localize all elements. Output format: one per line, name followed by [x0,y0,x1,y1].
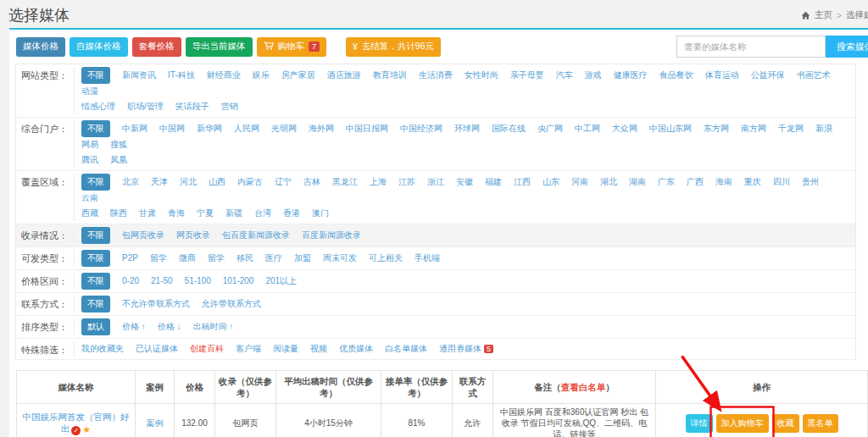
filter-option[interactable]: 上海 [370,174,387,190]
filter-option-selected[interactable]: 不限 [81,67,110,84]
filter-option[interactable]: 光明网 [271,121,297,136]
filter-option[interactable]: 中国网 [159,121,185,136]
filter-option-selected[interactable]: 不限 [81,227,110,244]
filter-option[interactable]: 职场/管理 [127,99,164,114]
filter-option[interactable]: 黑龙江 [332,174,358,190]
filter-option[interactable]: 山东 [542,174,559,190]
filter-option[interactable]: 中新网 [122,121,147,136]
filter-option[interactable]: 广西 [687,174,704,190]
filter-option[interactable]: 包百度新闻源收录 [222,228,290,243]
filter-option[interactable]: 中工网 [575,121,600,136]
filter-option[interactable]: 情感心理 [81,99,115,114]
filter-option[interactable]: 环球网 [454,121,480,136]
filter-option[interactable]: 财经商业 [207,68,241,83]
filter-option[interactable]: 网页收录 [176,228,210,243]
filter-option[interactable]: 加盟 [294,251,311,266]
filter-option-selected[interactable]: 不限 [81,273,110,290]
filter-option[interactable]: 宁夏 [197,206,214,221]
filter-option-selected[interactable]: 不限 [81,296,110,313]
filter-option[interactable]: 酒店旅游 [327,68,361,83]
filter-option[interactable]: 游戏 [585,68,602,83]
filter-option[interactable]: 移民 [236,251,253,266]
filter-option[interactable]: 百度新闻源收录 [302,228,361,243]
filter-option[interactable]: 腾讯 [81,152,98,168]
filter-option[interactable]: 广东 [658,174,675,190]
filter-option[interactable]: 价格 ↓ [158,319,181,335]
breadcrumb-home[interactable]: 主页 [815,9,832,21]
filter-option[interactable]: 中国山东网 [649,121,692,136]
filter-option[interactable]: 价格 ↑ [122,319,146,335]
filter-option[interactable]: 0-20 [122,274,139,289]
filter-option[interactable]: 人民网 [234,121,259,136]
filter-option[interactable]: 我的收藏夹 [81,341,124,357]
filter-option[interactable]: 内蒙古 [237,174,263,190]
blacklist-button[interactable]: 黑名单 [803,414,838,433]
filter-option[interactable]: 香港 [283,206,300,221]
filter-option[interactable]: 贵州 [802,174,819,190]
checkout-button[interactable]: ¥去结算，共计96元 [346,37,441,57]
filter-option[interactable]: 留学 [208,251,225,266]
filter-option[interactable]: 千龙网 [778,121,804,136]
filter-option[interactable]: 微商 [179,251,196,266]
search-media-button[interactable]: 搜索媒体 [826,36,868,58]
filter-option[interactable]: 手机端 [415,251,440,266]
filter-option[interactable]: 大众网 [612,121,637,136]
filter-option[interactable]: 国际在线 [492,121,526,136]
detail-button[interactable]: 详情 [686,414,713,433]
filter-option[interactable]: 51-100 [185,274,211,289]
filter-option[interactable]: 白名单媒体 [385,341,427,357]
filter-option[interactable]: 江苏 [398,174,415,190]
filter-option[interactable]: 河北 [180,174,197,190]
filter-option[interactable]: 安徽 [456,174,473,190]
filter-option[interactable]: 可上相关 [369,251,403,266]
favorite-button[interactable]: 收藏 [772,414,799,433]
filter-option[interactable]: 海外网 [309,121,334,136]
filter-option[interactable]: 网易 [81,137,98,152]
filter-option[interactable]: 体育运动 [705,68,739,83]
filter-option[interactable]: 生活消费 [419,68,453,83]
filter-option[interactable]: 湖北 [600,174,617,190]
filter-option[interactable]: 出稿时间 ↑ [193,319,234,335]
filter-option[interactable]: 动漫 [81,84,98,99]
filter-option[interactable]: 健康医疗 [614,68,648,83]
filter-option[interactable]: 娱乐 [253,68,270,83]
filter-option[interactable]: 吉林 [303,174,320,190]
filter-option[interactable]: 北京 [122,174,139,190]
self-media-price-button[interactable]: 自媒体价格 [70,37,128,57]
filter-option[interactable]: 陕西 [110,206,127,221]
media-price-button[interactable]: 媒体价格 [16,37,65,57]
filter-option[interactable]: 台湾 [254,206,271,221]
filter-option[interactable]: 江西 [514,174,531,190]
filter-option[interactable]: 新华网 [197,121,222,136]
filter-option[interactable]: 新闻资讯 [122,68,156,83]
filter-option-selected[interactable]: 默认 [81,318,110,335]
filter-option[interactable]: 留学 [150,251,167,266]
filter-option[interactable]: 四川 [773,174,790,190]
filter-option[interactable]: 海南 [715,174,732,190]
filter-option[interactable]: 书画艺术 [797,68,831,83]
export-current-media-button[interactable]: 导出当前媒体 [186,37,253,57]
filter-option[interactable]: 甘肃 [139,206,156,221]
filter-option[interactable]: 亲子母婴 [510,68,544,83]
filter-option[interactable]: 笑话段子 [175,99,209,114]
filter-option[interactable]: 新浪 [815,121,832,136]
filter-option-selected[interactable]: 不限 [81,250,110,267]
filter-option[interactable]: 女性时尚 [465,68,498,83]
filter-option[interactable]: 汽车 [556,68,573,83]
filter-option[interactable]: 房产家居 [281,68,315,83]
filter-option[interactable]: 已认证媒体 [136,341,178,357]
filter-option[interactable]: 湖南 [629,174,646,190]
filter-option[interactable]: 阅读量 [273,341,298,357]
case-link[interactable]: 案例 [147,418,164,428]
filter-option[interactable]: IT-科技 [168,68,195,83]
filter-option[interactable]: 重庆 [744,174,761,190]
filter-option[interactable]: 搜狐 [110,137,127,152]
filter-option[interactable]: 创建百科 [190,341,224,357]
filter-option[interactable]: 福建 [485,174,502,190]
filter-option[interactable]: 浙江 [427,174,444,190]
filter-option[interactable]: 公益环保 [751,68,785,83]
filter-option[interactable]: 食品餐饮 [659,68,693,83]
cart-button[interactable]: 购物车7 [257,37,327,57]
filter-option[interactable]: 西藏 [81,206,98,221]
filter-option[interactable]: 辽宁 [275,174,292,190]
